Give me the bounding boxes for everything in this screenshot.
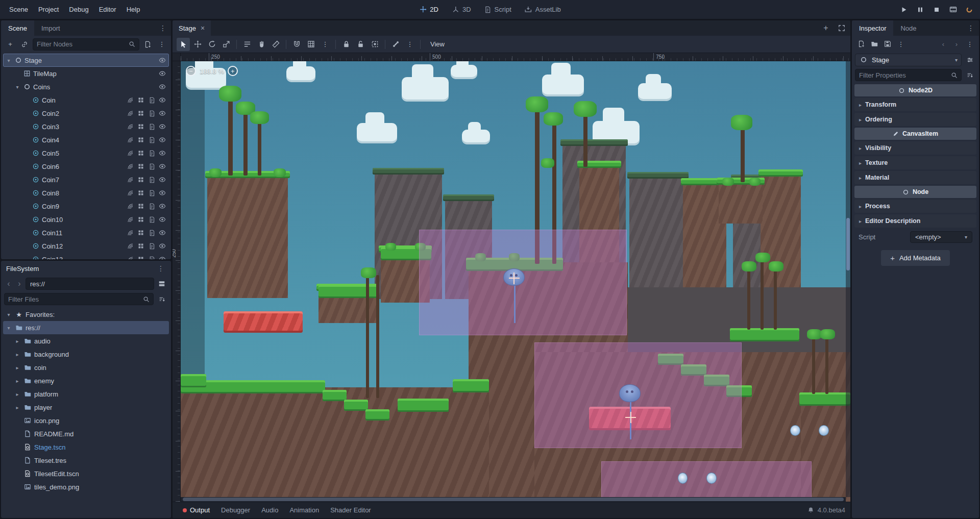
visibility-eye-icon[interactable] (158, 188, 167, 197)
menu-button[interactable]: Scene (4, 3, 33, 16)
visibility-eye-icon[interactable] (158, 255, 167, 259)
file-tree-row[interactable]: ▸ coin (3, 361, 169, 374)
inspector-section[interactable]: ▸ Texture (854, 156, 976, 169)
pillar[interactable] (207, 175, 287, 299)
menu-button[interactable]: Editor (94, 3, 121, 16)
toggle-split-mode-icon[interactable] (156, 278, 168, 290)
groups-icon[interactable] (136, 149, 145, 158)
inspector-section[interactable]: ▸ Transform (854, 98, 976, 111)
dock-tab[interactable]: Node (893, 20, 923, 36)
overlay[interactable] (419, 230, 627, 335)
property-options-icon-button[interactable] (964, 69, 976, 81)
cloud[interactable] (357, 123, 397, 143)
signals-icon[interactable] (126, 122, 135, 131)
viewport-vertical-scrollbar[interactable] (846, 61, 850, 497)
leaf[interactable] (526, 96, 549, 112)
cloud[interactable] (286, 66, 315, 82)
trunk[interactable] (366, 275, 369, 399)
group-node-icon-button[interactable] (368, 38, 381, 51)
scale-tool-button[interactable] (219, 38, 233, 51)
scene-tree-row[interactable]: Coin10 (3, 213, 169, 226)
zoom-percentage[interactable]: 188.8 % (200, 67, 224, 75)
workspace-tab[interactable]: 2D (414, 3, 444, 16)
file-tree-row[interactable]: ▾ res:// (3, 321, 169, 334)
expander-icon[interactable]: ▾ (14, 84, 21, 90)
move-tool-button[interactable] (191, 38, 204, 51)
bottom-panel-tab[interactable]: Debugger (216, 504, 255, 516)
script-icon[interactable] (147, 175, 156, 184)
select-tool-button[interactable] (177, 38, 190, 51)
coindot[interactable] (706, 473, 717, 484)
script-icon[interactable] (147, 228, 156, 237)
pillar[interactable] (719, 182, 763, 224)
snap-options-menu-icon[interactable]: ⋮ (318, 38, 332, 51)
file-tree-row[interactable]: ▸ audio (3, 334, 169, 348)
new-resource-icon-button[interactable] (855, 38, 867, 50)
scene-tree-row[interactable]: Coin6 (3, 160, 169, 173)
instance-scene-icon-button[interactable] (18, 38, 31, 51)
visibility-eye-icon[interactable] (158, 175, 167, 184)
scene-tree-row[interactable]: Coin (3, 93, 169, 107)
viewport-horizontal-scrollbar[interactable] (181, 497, 846, 502)
trunk[interactable] (761, 259, 764, 330)
expander-icon[interactable]: ▸ (14, 352, 21, 357)
signals-icon[interactable] (126, 149, 135, 158)
file-tree-row[interactable]: README.md (3, 427, 169, 440)
scene-tree-row[interactable]: Coin11 (3, 226, 169, 239)
filter-files-input[interactable] (4, 293, 154, 305)
script-icon[interactable] (147, 255, 156, 259)
menu-button[interactable]: Debug (64, 3, 93, 16)
signals-icon[interactable] (126, 202, 135, 211)
scene-tree-row[interactable]: ▾ Coins (3, 80, 169, 93)
inspector-section[interactable]: ▸ Process (854, 200, 976, 213)
groups-icon[interactable] (136, 135, 145, 144)
visibility-eye-icon[interactable] (158, 56, 167, 65)
file-tree-row[interactable]: ▸ platform (3, 387, 169, 401)
leaf[interactable] (209, 168, 222, 177)
grid-snap-icon-button[interactable] (304, 38, 317, 51)
edited-object-dropdown[interactable]: Stage ▾ (855, 54, 962, 66)
grass[interactable] (181, 374, 206, 387)
inspector-section[interactable]: ▸ Visibility (854, 141, 976, 155)
dock-menu-icon[interactable]: ⋮ (963, 20, 979, 36)
script-value-dropdown[interactable]: <empty> ▾ (910, 231, 972, 243)
groups-icon[interactable] (136, 202, 145, 211)
selectable-list-tool-button[interactable] (240, 38, 254, 51)
workspace-tab[interactable]: Script (479, 3, 517, 16)
trunk[interactable] (243, 110, 247, 176)
filter-properties-field[interactable] (859, 71, 949, 79)
gizmo[interactable] (625, 412, 636, 423)
expander-icon[interactable]: ▾ (5, 325, 12, 331)
close-tab-icon[interactable]: × (201, 24, 205, 32)
redplat[interactable] (224, 311, 303, 332)
workspace-tab[interactable]: AssetLib (520, 3, 566, 16)
leaf[interactable] (574, 101, 597, 117)
leaf[interactable] (385, 243, 396, 251)
file-sort-icon[interactable] (156, 293, 168, 305)
script-icon[interactable] (147, 188, 156, 197)
leaf[interactable] (731, 115, 752, 130)
expander-icon[interactable]: ▸ (14, 378, 21, 384)
scene-tree-row[interactable]: Coin8 (3, 186, 169, 200)
visibility-eye-icon[interactable] (158, 241, 167, 251)
view-menu-button[interactable]: View (424, 38, 451, 50)
visibility-eye-icon[interactable] (158, 95, 167, 105)
inspector-section[interactable]: ▸ Material (854, 171, 976, 184)
dock-menu-icon[interactable]: ⋮ (155, 20, 171, 36)
bottom-panel-tab[interactable]: Animation (284, 504, 324, 516)
visibility-eye-icon[interactable] (158, 215, 167, 224)
visibility-eye-icon[interactable] (158, 202, 167, 211)
scene-tree-row[interactable]: Coin9 (3, 200, 169, 213)
inspector-section[interactable]: ▸ Editor Description (854, 214, 976, 228)
script-icon[interactable] (147, 135, 156, 144)
node-tools-icon-button[interactable] (964, 54, 976, 66)
cloud[interactable] (542, 75, 583, 96)
scene-tree-row[interactable]: Coin13 (3, 253, 169, 259)
leaf[interactable] (742, 261, 756, 271)
trunk[interactable] (583, 110, 588, 167)
visibility-eye-icon[interactable] (158, 149, 167, 158)
signals-icon[interactable] (126, 215, 135, 224)
overlay[interactable] (534, 342, 742, 448)
file-tree-row[interactable]: icon.png (3, 414, 169, 427)
menu-button[interactable]: Help (121, 3, 145, 16)
